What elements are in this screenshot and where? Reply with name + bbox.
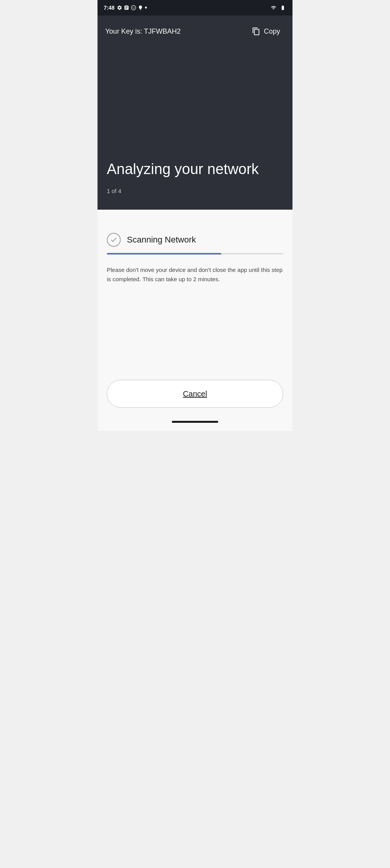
description-text: Please don't move your device and don't … bbox=[107, 265, 283, 284]
key-text: Your Key is: TJFWBAH2 bbox=[105, 27, 181, 36]
content-section: Scanning Network Please don't move your … bbox=[98, 210, 292, 380]
key-bar: Your Key is: TJFWBAH2 Copy bbox=[98, 15, 292, 47]
check-circle-icon bbox=[107, 233, 121, 247]
wifi-icon bbox=[270, 5, 277, 10]
status-time: 7:48 bbox=[104, 5, 115, 11]
svg-point-0 bbox=[131, 5, 136, 10]
svg-point-2 bbox=[134, 7, 135, 8]
home-indicator bbox=[98, 415, 292, 431]
clipboard-icon bbox=[124, 5, 129, 10]
hero-title: Analyzing your network bbox=[107, 161, 283, 178]
copy-button[interactable]: Copy bbox=[247, 24, 285, 39]
status-right bbox=[270, 5, 286, 10]
scanning-row: Scanning Network bbox=[107, 233, 283, 247]
scanning-label: Scanning Network bbox=[127, 235, 196, 245]
face-icon bbox=[131, 5, 136, 10]
copy-label: Copy bbox=[264, 27, 280, 36]
progress-bar-fill bbox=[107, 253, 221, 255]
hero-step: 1 of 4 bbox=[107, 188, 283, 194]
gear-icon bbox=[117, 5, 122, 10]
status-bar: 7:48 • bbox=[98, 0, 292, 15]
cancel-button[interactable]: Cancel bbox=[107, 380, 283, 408]
battery-icon bbox=[279, 5, 286, 10]
status-icons: • bbox=[117, 4, 147, 11]
dot-indicator: • bbox=[145, 4, 147, 11]
home-bar bbox=[172, 421, 218, 423]
svg-point-1 bbox=[132, 7, 133, 8]
progress-bar bbox=[107, 253, 283, 255]
copy-icon bbox=[251, 27, 261, 36]
cancel-label: Cancel bbox=[183, 390, 207, 398]
hero-section: Analyzing your network 1 of 4 bbox=[98, 47, 292, 210]
status-left: 7:48 • bbox=[104, 4, 147, 11]
cancel-section: Cancel bbox=[98, 380, 292, 415]
bulb-icon bbox=[138, 5, 143, 10]
